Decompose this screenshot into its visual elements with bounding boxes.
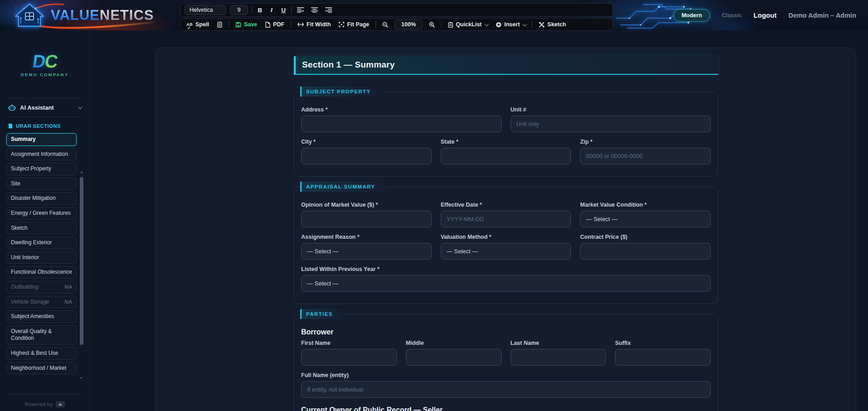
pdf-file-icon bbox=[265, 22, 270, 28]
city-input[interactable] bbox=[301, 148, 432, 164]
sidebar-item-overall-quality-condition[interactable]: Overall Quality & Condition bbox=[6, 325, 77, 345]
dictionary-button[interactable] bbox=[215, 21, 224, 29]
zoom-in-button[interactable] bbox=[427, 21, 437, 29]
spell-check-button[interactable]: AB✓ Spell bbox=[185, 20, 211, 29]
sidebar-item-outbuilding: OutbuildingN/A bbox=[6, 281, 77, 294]
toolbar-divider bbox=[375, 21, 376, 28]
assignment-reason-field: Assignment Reason * — Select — bbox=[301, 234, 432, 260]
sidebar-item-label: Summary bbox=[11, 136, 36, 143]
sidebar-item-assignment-information[interactable]: Assignment Information bbox=[6, 148, 77, 161]
editor-toolbar: Helvetica 9 B I U AB✓ Spell Save bbox=[180, 3, 613, 31]
appraisal-summary-legend: APPRAISAL SUMMARY bbox=[300, 182, 387, 192]
state-input[interactable] bbox=[441, 148, 571, 164]
chevron-down-icon bbox=[484, 22, 489, 26]
sidebar-scrollbar[interactable] bbox=[80, 174, 83, 348]
sidebar-item-summary[interactable]: Summary bbox=[6, 133, 77, 146]
borrower-suffix-input[interactable] bbox=[615, 349, 711, 366]
borrower-middle-input[interactable] bbox=[406, 349, 502, 366]
borrower-full-name-input[interactable] bbox=[301, 381, 711, 398]
align-right-button[interactable] bbox=[323, 6, 334, 14]
brand-wordmark: VALUENETICS bbox=[51, 8, 154, 22]
logout-button[interactable]: Logout bbox=[754, 11, 777, 19]
underline-button[interactable]: U bbox=[279, 7, 288, 14]
align-right-icon bbox=[325, 7, 332, 13]
sidebar-item-disaster-mitigation[interactable]: Disaster Mitigation bbox=[6, 192, 77, 205]
align-left-button[interactable] bbox=[295, 6, 306, 14]
mode-toggle-classic[interactable]: Classic bbox=[722, 12, 742, 19]
contract-price-input[interactable] bbox=[580, 243, 711, 260]
sketch-button[interactable]: Sketch bbox=[537, 20, 568, 29]
market-value-condition-field: Market Value Condition * — Select — bbox=[580, 202, 711, 227]
toolbar-divider bbox=[441, 21, 442, 28]
address-input[interactable] bbox=[301, 116, 502, 132]
city-label: City * bbox=[301, 139, 432, 145]
borrower-first-name-input[interactable] bbox=[301, 349, 397, 366]
listed-within-previous-year-field: Listed Within Previous Year * — Select — bbox=[301, 266, 711, 292]
zoom-in-icon bbox=[429, 22, 435, 28]
fit-width-button[interactable]: Fit Width bbox=[296, 20, 332, 29]
address-label: Address * bbox=[301, 106, 502, 113]
first-name-label: First Name bbox=[301, 340, 397, 346]
sketch-icon bbox=[539, 22, 545, 28]
sidebar-item-subject-amenities[interactable]: Subject Amenities bbox=[6, 310, 77, 323]
align-center-button[interactable] bbox=[309, 6, 320, 14]
scrollbar-thumb[interactable] bbox=[80, 177, 83, 345]
effective-date-label: Effective Date * bbox=[441, 202, 571, 208]
sidebar-item-label: Disaster Mitigation bbox=[11, 195, 56, 202]
sidebar-item-label: Neighborhood / Market bbox=[11, 365, 66, 372]
zoom-level-box[interactable]: 100% bbox=[395, 19, 423, 29]
fit-page-button[interactable]: Fit Page bbox=[337, 20, 371, 29]
sidebar-item-label: Functional Obsolescence bbox=[11, 269, 72, 276]
city-field: City * bbox=[301, 139, 432, 164]
zoom-level-value: 100% bbox=[401, 21, 416, 28]
sidebar-item-site[interactable]: Site bbox=[6, 178, 77, 190]
appraisal-summary-fieldset: APPRAISAL SUMMARY Opinion of Market Valu… bbox=[294, 182, 718, 304]
font-family-select[interactable]: Helvetica bbox=[185, 5, 226, 15]
select-value: — Select — bbox=[447, 248, 478, 255]
company-initials: DC bbox=[31, 52, 58, 70]
save-button[interactable]: Save bbox=[234, 20, 259, 29]
assignment-reason-select[interactable]: — Select — bbox=[301, 243, 432, 260]
effective-date-input[interactable] bbox=[441, 211, 571, 227]
sidebar-item-energy-green-features[interactable]: Energy / Green Features bbox=[6, 207, 77, 220]
dictionary-icon bbox=[217, 22, 222, 28]
sidebar-item-neighborhood-market[interactable]: Neighborhood / Market bbox=[6, 362, 77, 375]
sidebar-item-highest-best-use[interactable]: Highest & Best Use bbox=[6, 347, 77, 360]
unit-input[interactable] bbox=[511, 116, 711, 132]
opinion-of-market-value-input[interactable] bbox=[301, 211, 432, 227]
bold-button[interactable]: B bbox=[256, 7, 264, 14]
italic-button[interactable]: I bbox=[268, 6, 276, 14]
borrower-last-name-input[interactable] bbox=[511, 349, 606, 366]
market-value-condition-label: Market Value Condition * bbox=[580, 202, 711, 208]
zip-input[interactable] bbox=[580, 148, 711, 164]
borrower-first-name-field: First Name bbox=[301, 340, 397, 366]
parties-fieldset: PARTIES Borrower First Name Middle Last … bbox=[294, 309, 718, 411]
header-right: Modern Classic Logout Demo Admin – Admin bbox=[673, 0, 856, 30]
insert-button[interactable]: Insert bbox=[494, 20, 527, 29]
opinion-of-market-value-label: Opinion of Market Value ($) * bbox=[301, 202, 432, 208]
company-initial-c: C bbox=[43, 51, 58, 71]
sidebar-item-dwelling-exterior[interactable]: Dwelling Exterior bbox=[6, 237, 77, 249]
zoom-out-button[interactable] bbox=[380, 21, 390, 29]
pdf-button[interactable]: PDF bbox=[263, 20, 286, 29]
sidebar-item-sketch[interactable]: Sketch bbox=[6, 222, 77, 235]
fit-width-icon bbox=[297, 22, 304, 27]
quicklist-button[interactable]: QuickList bbox=[446, 20, 489, 29]
suffix-label: Suffix bbox=[615, 340, 711, 346]
font-size-select[interactable]: 9 bbox=[230, 5, 248, 15]
ai-assistant-toggle[interactable]: AI Assistant bbox=[0, 99, 89, 116]
sidebar-item-functional-obsolescence[interactable]: Functional Obsolescence bbox=[6, 266, 77, 279]
brand-word-primary: VALUE bbox=[51, 7, 100, 23]
sidebar-item-unit-interior[interactable]: Unit Interior bbox=[6, 251, 77, 264]
sidebar-item-label: Assignment Information bbox=[11, 151, 68, 158]
fit-page-label: Fit Page bbox=[347, 21, 369, 28]
borrower-heading: Borrower bbox=[301, 328, 711, 336]
market-value-condition-select[interactable]: — Select — bbox=[580, 211, 711, 227]
listed-within-previous-year-select[interactable]: — Select — bbox=[301, 275, 711, 292]
sidebar-item-subject-property[interactable]: Subject Property bbox=[6, 163, 77, 175]
valuation-method-select[interactable]: — Select — bbox=[441, 243, 571, 260]
select-value: — Select — bbox=[586, 216, 617, 222]
scroll-up-arrow[interactable] bbox=[80, 171, 83, 173]
mode-toggle-modern[interactable]: Modern bbox=[673, 9, 710, 22]
brand-word-secondary: NETICS bbox=[100, 7, 154, 23]
